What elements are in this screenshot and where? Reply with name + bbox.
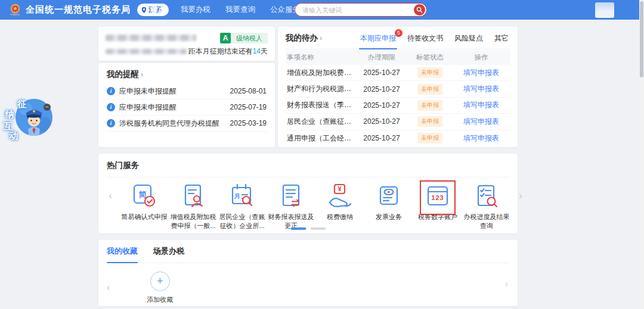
col-item-name: 事项名称 bbox=[287, 53, 357, 62]
scrollbar-thumb[interactable] bbox=[640, 1, 643, 77]
row-name: 通用申报（工会经费） bbox=[287, 133, 357, 143]
service-progress-query[interactable]: 办税进度及结果查询 bbox=[462, 183, 511, 230]
row-name: 居民企业（查账征收）企业所得税月（... bbox=[287, 117, 357, 127]
fill-declaration-link[interactable]: 填写申报表 bbox=[454, 117, 509, 127]
redacted-taxpayer-id bbox=[106, 49, 187, 54]
financial-report-icon bbox=[278, 183, 304, 209]
search-input[interactable] bbox=[302, 7, 414, 14]
service-label: 办税进度及结果查询 bbox=[462, 213, 511, 230]
user-avatar[interactable] bbox=[595, 2, 614, 18]
service-invoice[interactable]: 发票业务 bbox=[364, 183, 413, 230]
reminders-title[interactable]: 我的提醒› bbox=[107, 69, 267, 80]
service-label: 发票业务 bbox=[376, 213, 402, 221]
tab-other[interactable]: 其它 bbox=[494, 33, 509, 43]
tab-label: 本期应申报 bbox=[360, 34, 396, 42]
row-deadline: 2025-10-27 bbox=[357, 68, 406, 77]
location-pin-icon bbox=[141, 7, 147, 14]
row-name: 财务报表报送（季报） bbox=[287, 100, 357, 110]
hot-services-card: 热门服务 ‹ 简 简易确认式申报 bbox=[98, 154, 518, 233]
hot-services-title: 热门服务 bbox=[107, 160, 509, 171]
tab-current-declarations[interactable]: 本期应申报 5 bbox=[360, 33, 396, 43]
top-header: 中国税务 全国统一规范电子税务局 江苏 首页 我要办税 我要查询 公众服务 地方… bbox=[0, 0, 644, 20]
service-vat-declare[interactable]: 增值税及附加税费申报（一般... bbox=[169, 183, 218, 230]
service-label: 税费缴纳 bbox=[327, 213, 353, 221]
tab-risk-points[interactable]: 风险疑点 bbox=[454, 33, 483, 43]
service-digital-account[interactable]: 123 税务数字账户 bbox=[413, 183, 462, 230]
taxpayer-info-card: A 级纳税人 距本月征期结束还有14天 bbox=[98, 27, 275, 61]
grade-letter: A bbox=[220, 33, 231, 43]
tab-scenario-tax[interactable]: 场景办税 bbox=[153, 246, 184, 257]
collapse-mascot-button[interactable]: − bbox=[44, 104, 51, 111]
todo-title-text: 我的待办 bbox=[286, 33, 318, 42]
scrollbar-track[interactable] bbox=[639, 0, 644, 309]
site-title: 全国统一规范电子税务局 bbox=[26, 4, 131, 15]
table-row: 财产和行为税税源采集及合并申报 2025-10-27 未申报 填写申报表 bbox=[286, 81, 510, 97]
tab-documents-to-sign[interactable]: 待签收文书 bbox=[407, 33, 443, 43]
reminder-label: 应申报未申报提醒 bbox=[119, 86, 230, 96]
divider bbox=[106, 177, 510, 177]
nav-query[interactable]: 我要查询 bbox=[225, 5, 255, 15]
add-favorite-button[interactable]: + 添加收藏 bbox=[147, 271, 173, 304]
fill-declaration-link[interactable]: 填写申报表 bbox=[454, 133, 509, 143]
countdown-prefix: 距本月征期结束还有 bbox=[188, 47, 253, 55]
simplified-declare-icon: 简 bbox=[131, 183, 157, 209]
filing-deadline-countdown: 距本月征期结束还有14天 bbox=[188, 46, 268, 57]
service-label: 简易确认式申报 bbox=[122, 213, 168, 221]
reminder-item[interactable]: i 应申报未申报提醒 2025-07-19 bbox=[107, 99, 267, 116]
todo-title[interactable]: 我的待办› bbox=[286, 33, 322, 43]
service-label: 税务数字账户 bbox=[418, 213, 457, 221]
reminder-item[interactable]: i 应申报未申报提醒 2025-08-01 bbox=[107, 83, 267, 99]
service-label: 居民企业（查账征收）企业所... bbox=[218, 213, 267, 230]
favorites-prev-icon[interactable]: ‹ bbox=[107, 282, 110, 293]
mascot-char: 征 bbox=[17, 99, 26, 110]
todo-table-header: 事项名称 办理期限 标签状态 操作 bbox=[286, 50, 510, 65]
brand-group: 中国税务 全国统一规范电子税务局 江苏 bbox=[8, 0, 169, 20]
carousel-pagination bbox=[290, 227, 326, 230]
chevron-right-icon: › bbox=[141, 70, 143, 79]
carousel-prev-icon[interactable]: ‹ bbox=[107, 183, 114, 209]
status-badge: 未申报 bbox=[417, 100, 442, 111]
reminder-date: 2025-03-19 bbox=[230, 119, 267, 127]
reminder-date: 2025-07-19 bbox=[230, 103, 267, 111]
fill-declaration-link[interactable]: 填写申报表 bbox=[454, 100, 509, 110]
reminder-date: 2025-08-01 bbox=[230, 87, 267, 95]
row-deadline: 2025-10-27 bbox=[357, 85, 406, 93]
interaction-mascot-widget: 征 纳 互 动 − bbox=[3, 90, 55, 145]
pagination-dot[interactable] bbox=[310, 227, 326, 230]
icon-glyph: 简 bbox=[134, 189, 151, 200]
emblem-graphic bbox=[10, 4, 20, 14]
fill-declaration-link[interactable]: 填写申报表 bbox=[454, 84, 509, 94]
tab-my-favorites[interactable]: 我的收藏 bbox=[107, 246, 138, 257]
service-tax-payment[interactable]: ¥ 税费缴纳 bbox=[315, 183, 364, 230]
reminder-label: 涉税服务机构同意代理办税提醒 bbox=[119, 118, 230, 129]
service-simplified-declare[interactable]: 简 简易确认式申报 bbox=[120, 183, 169, 230]
nav-home[interactable]: 首页 bbox=[151, 5, 166, 15]
service-financial-report[interactable]: 财务报表报送及更正 bbox=[267, 183, 315, 230]
search-bar bbox=[295, 3, 427, 17]
search-icon bbox=[416, 7, 423, 13]
icon-glyph: 月 bbox=[234, 192, 240, 201]
col-deadline: 办理期限 bbox=[357, 53, 406, 62]
mascot-char: 纳 bbox=[5, 109, 14, 120]
digital-account-icon: 123 bbox=[425, 183, 451, 209]
table-row: 增值税及附加税费申报（一般纳税人适... 2025-10-27 未申报 填写申报… bbox=[286, 65, 510, 81]
info-icon: i bbox=[107, 119, 115, 127]
credit-grade-badge: A 级纳税人 bbox=[220, 33, 268, 43]
todo-card: 我的待办› 本期应申报 5 待签收文书 风险疑点 其它 事项名称 办理期限 标签… bbox=[278, 27, 518, 147]
favorites-next-icon[interactable]: › bbox=[505, 279, 508, 289]
vat-declare-icon bbox=[180, 183, 206, 209]
service-resident-enterprise[interactable]: 月 居民企业（查账征收）企业所... bbox=[218, 183, 267, 230]
info-icon: i bbox=[107, 103, 115, 111]
tab-count-badge: 5 bbox=[395, 29, 402, 37]
status-badge: 未申报 bbox=[417, 133, 442, 143]
table-row: 通用申报（工会经费） 2025-10-27 未申报 填写申报表 bbox=[286, 130, 510, 146]
carousel-next-icon[interactable]: › bbox=[517, 183, 524, 209]
nav-tax-handling[interactable]: 我要办税 bbox=[181, 5, 210, 15]
pagination-dot-active[interactable] bbox=[290, 227, 306, 230]
service-label: 增值税及附加税费申报（一般... bbox=[169, 213, 218, 230]
reminder-item[interactable]: i 涉税服务机构同意代理办税提醒 2025-03-19 bbox=[107, 116, 267, 132]
todo-tabs: 本期应申报 5 待签收文书 风险疑点 其它 bbox=[360, 33, 509, 43]
resident-enterprise-icon: 月 bbox=[229, 183, 255, 209]
search-button[interactable] bbox=[414, 4, 425, 15]
fill-declaration-link[interactable]: 填写申报表 bbox=[454, 68, 509, 78]
